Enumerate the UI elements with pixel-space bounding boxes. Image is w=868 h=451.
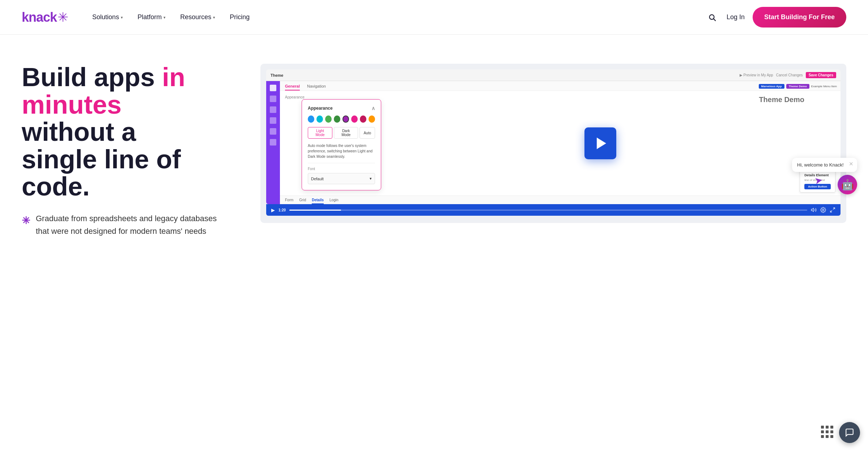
auto-mode-button[interactable]: Auto (359, 127, 375, 139)
color-orange[interactable] (369, 115, 375, 123)
chat-widget: ✕ Hi, welcome to Knack! 🤖 (792, 158, 857, 194)
nav-platform-label: Platform (137, 13, 162, 21)
login-button[interactable]: Log In (724, 10, 747, 25)
fullscreen-icon[interactable] (830, 207, 835, 213)
svg-line-5 (830, 210, 832, 212)
resources-chevron-icon: ▾ (213, 15, 215, 20)
navigation: knack✳ Solutions ▾ Platform ▾ Resources … (0, 0, 868, 35)
chat-bubble: ✕ Hi, welcome to Knack! (792, 158, 857, 172)
sidebar-icon-page (270, 85, 276, 91)
video-settings-icon[interactable] (820, 207, 826, 213)
nav-resources[interactable]: Resources ▾ (174, 10, 222, 25)
svg-line-1 (714, 19, 715, 21)
hero-heading: Build apps in minutes without asingle li… (22, 64, 231, 201)
preview-in-app-link[interactable]: ▶ Preview in My App (740, 73, 773, 77)
sidebar-icon-payments (270, 128, 276, 135)
video-time: 1:20 (278, 208, 286, 212)
chat-greeting-text: Hi, welcome to Knack! (797, 162, 844, 168)
color-pink[interactable] (351, 115, 358, 123)
hero-section: Build apps in minutes without asingle li… (0, 35, 868, 317)
logo-text: knack (22, 10, 57, 25)
auto-mode-description: Auto mode follows the user's system pref… (308, 143, 375, 159)
video-controls-bar: ▶ 1:20 (266, 204, 841, 216)
dark-mode-button[interactable]: Dark Mode (334, 127, 358, 139)
nav-links: Solutions ▾ Platform ▾ Resources ▾ Prici… (86, 10, 703, 25)
font-label: Font (308, 167, 375, 171)
play-button-overlay[interactable] (584, 127, 616, 159)
save-changes-button[interactable]: Save Changes (806, 72, 836, 78)
theme-panel-header: Appearance ∧ (308, 105, 375, 111)
logo-asterisk: ✳ (58, 10, 68, 25)
solutions-chevron-icon: ▾ (121, 15, 123, 20)
sidebar-icon-users (270, 117, 276, 124)
nav-pricing[interactable]: Pricing (223, 10, 256, 25)
color-deep-pink[interactable] (360, 115, 366, 123)
color-dark-green[interactable] (334, 115, 340, 123)
logo-link[interactable]: knack✳ (22, 10, 68, 25)
nav-solutions[interactable]: Solutions ▾ (86, 10, 129, 25)
play-triangle-icon (597, 138, 606, 149)
hero-heading-part2: without asingle line ofcode. (22, 117, 181, 201)
chat-avatar[interactable]: 🤖 (838, 175, 857, 194)
svg-line-4 (833, 208, 835, 210)
video-play-icon[interactable]: ▶ (271, 207, 275, 213)
color-teal[interactable] (316, 115, 323, 123)
start-building-button[interactable]: Start Building For Free (753, 7, 846, 28)
color-blue[interactable] (308, 115, 314, 123)
light-mode-button[interactable]: Light Mode (308, 127, 332, 139)
tab-form[interactable]: Form (285, 198, 293, 204)
nav-actions: Log In Start Building For Free (706, 7, 846, 28)
hero-subtext: ✳ Graduate from spreadsheets and legacy … (22, 212, 231, 237)
svg-point-3 (822, 209, 824, 211)
font-selector[interactable]: Default ▾ (308, 173, 375, 184)
theme-panel: Appearance ∧ (302, 99, 381, 190)
theme-demo-bg-text: Theme Demo (759, 96, 804, 104)
nav-resources-label: Resources (180, 13, 211, 21)
app-bottom-tabs: Form Grid Details Login (280, 195, 841, 204)
chat-avatar-face: 🤖 (841, 179, 854, 191)
color-row (308, 115, 375, 123)
nav-solutions-label: Solutions (92, 13, 119, 21)
hero-content: Build apps in minutes without asingle li… (22, 64, 231, 237)
chat-close-icon[interactable]: ✕ (849, 161, 854, 167)
marvelous-app-badge: Marvelous App (759, 84, 784, 89)
nav-platform[interactable]: Platform ▾ (131, 10, 172, 25)
tab-details[interactable]: Details (312, 198, 324, 204)
hero-heading-part1: Build apps (22, 63, 162, 92)
font-dropdown-icon: ▾ (370, 176, 372, 181)
nav-pricing-label: Pricing (230, 13, 250, 21)
hero-video-area: Theme ▶ Preview in My App Cancel Changes… (260, 64, 846, 223)
example-menu-label: Example Menu Item (811, 85, 837, 88)
video-progress-fill (289, 210, 341, 211)
tab-navigation[interactable]: Navigation (307, 84, 326, 90)
theme-demo-badge: Theme Demo (786, 84, 809, 89)
search-icon[interactable] (706, 11, 719, 24)
tab-login[interactable]: Login (329, 198, 338, 204)
tab-grid[interactable]: Grid (299, 198, 306, 204)
hero-sub-text: Graduate from spreadsheets and legacy da… (36, 212, 231, 237)
platform-chevron-icon: ▾ (163, 15, 166, 20)
volume-icon[interactable] (811, 207, 817, 213)
mode-row: Light Mode Dark Mode Auto (308, 127, 375, 139)
theme-panel-close[interactable]: ∧ (371, 105, 375, 111)
cancel-changes-link[interactable]: Cancel Changes (776, 73, 803, 77)
svg-marker-2 (811, 208, 813, 211)
color-purple[interactable] (342, 115, 349, 123)
font-value: Default (311, 177, 324, 181)
app-theme-label: Theme (271, 73, 283, 77)
sidebar-icon-settings (270, 139, 276, 146)
sidebar-icon-edit (270, 96, 276, 102)
color-green[interactable] (325, 115, 332, 123)
tab-general[interactable]: General (285, 84, 300, 90)
sidebar-icon-data (270, 106, 276, 113)
video-progress-bar[interactable] (289, 210, 807, 211)
appearance-title: Appearance (308, 106, 333, 111)
asterisk-icon: ✳ (22, 213, 30, 229)
video-mockup: Theme ▶ Preview in My App Cancel Changes… (260, 64, 846, 223)
